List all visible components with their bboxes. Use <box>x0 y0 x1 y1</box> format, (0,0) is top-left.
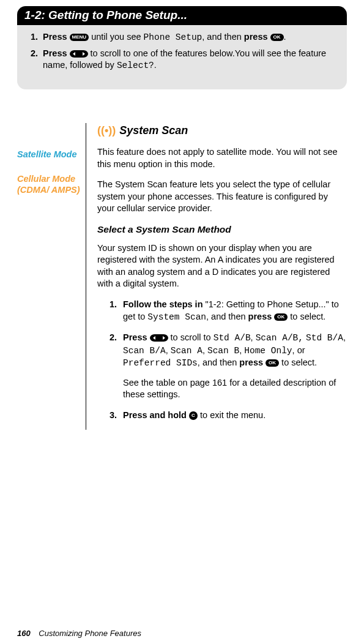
lcd-text: System Scan <box>147 312 206 322</box>
step-1-num: 1. <box>110 299 123 323</box>
text: Press <box>43 48 67 58</box>
text: to exit the menu. <box>198 410 266 420</box>
text: , <box>202 345 207 355</box>
step-3-body: Press and hold C to exit the menu. <box>123 410 266 422</box>
text: , <box>343 332 346 342</box>
step-2: 2. Press to scroll to Std A/B, Scan A/B,… <box>110 332 347 401</box>
text: , and then <box>206 312 248 321</box>
ok-button-icon: OK <box>274 313 288 321</box>
sidebar: Satellite Mode Cellular Mode (CDMA/ AMPS… <box>17 123 86 430</box>
text: , <box>251 332 256 342</box>
text: press <box>239 358 263 367</box>
text: press <box>248 312 272 321</box>
step-2-followup: See the table on page 161 for a detailed… <box>123 377 347 401</box>
scroll-button-icon <box>150 334 168 342</box>
c-button-icon: C <box>189 411 198 420</box>
procedure-title: 1-2: Getting to Phone Setup... <box>24 9 187 21</box>
step-3: 3. Press and hold C to exit the menu. <box>110 410 347 422</box>
lcd-text: Select? <box>117 61 154 70</box>
text: , <box>166 345 171 355</box>
cellular-paragraph: The System Scan feature lets you select … <box>97 179 347 215</box>
intro-paragraph: Your system ID is shown on your display … <box>97 242 347 290</box>
grey-step-1-num: 1. <box>31 31 43 44</box>
text: , and then <box>202 32 244 42</box>
text: to scroll to <box>168 332 214 342</box>
page-chapter-title: Customizing Phone Features <box>39 629 141 638</box>
lcd-text: Std B/A <box>306 333 343 343</box>
section-title: System Scan <box>119 124 188 137</box>
lcd-text: Scan B/A <box>123 346 166 356</box>
text: Follow the steps in <box>123 299 203 309</box>
procedure-steps-box: 1. Press MENU until you see Phone Setup,… <box>17 25 347 89</box>
lcd-text: Home Only <box>244 346 292 356</box>
lcd-text: Std A/B <box>214 333 251 343</box>
text: . <box>284 32 286 42</box>
ok-button-icon: OK <box>266 359 279 367</box>
grey-step-1: 1. Press MENU until you see Phone Setup,… <box>31 31 333 44</box>
text: to select. <box>288 312 325 321</box>
menu-button-icon: MENU <box>70 34 89 41</box>
step-1-body: Follow the steps in "1-2: Getting to Pho… <box>123 299 347 323</box>
step-2-num: 2. <box>110 332 123 401</box>
page-number: 160 <box>17 629 31 638</box>
lcd-text: Preferred SIDs <box>123 358 198 368</box>
grey-step-2-num: 2. <box>31 48 43 72</box>
text: to select. <box>279 358 317 367</box>
text: press <box>244 32 268 42</box>
lcd-text: Phone Setup <box>144 32 202 42</box>
grey-step-2: 2. Press to scroll to one of the feature… <box>31 48 333 72</box>
text: , and then <box>198 358 240 367</box>
numbered-steps: 1. Follow the steps in "1-2: Getting to … <box>110 299 347 422</box>
step-2-body: Press to scroll to Std A/B, Scan A/B, St… <box>123 332 347 401</box>
lcd-text: Scan A/B, <box>256 333 303 343</box>
step-3-num: 3. <box>110 410 123 422</box>
main-column: ((•))System Scan This feature does not a… <box>86 123 347 430</box>
content-area: Satellite Mode Cellular Mode (CDMA/ AMPS… <box>17 123 347 430</box>
procedure-header: 1-2: Getting to Phone Setup... <box>17 6 347 25</box>
text: Press and hold <box>123 410 187 420</box>
page-footer: 160 Customizing Phone Features <box>17 629 141 638</box>
subheading: Select a System Scan Method <box>97 223 347 236</box>
text: , or <box>292 345 305 355</box>
grey-step-1-body: Press MENU until you see Phone Setup, an… <box>43 31 286 44</box>
text: Press <box>43 32 67 42</box>
section-heading: ((•))System Scan <box>97 123 347 138</box>
text: . <box>154 60 157 70</box>
sidebar-satellite-mode: Satellite Mode <box>17 149 83 160</box>
ok-button-icon: OK <box>270 34 284 41</box>
sidebar-cellular-mode: Cellular Mode (CDMA/ AMPS) <box>17 173 83 195</box>
step-1: 1. Follow the steps in "1-2: Getting to … <box>110 299 347 323</box>
lcd-text: Scan B <box>207 346 239 356</box>
text: Press <box>123 332 147 342</box>
lcd-text: Scan A <box>171 346 202 356</box>
scroll-button-icon <box>70 50 88 58</box>
satellite-paragraph: This feature does not apply to satellite… <box>97 146 347 170</box>
text: until you see <box>89 32 143 42</box>
antenna-icon: ((•)) <box>97 124 116 137</box>
grey-step-2-body: Press to scroll to one of the features b… <box>43 48 333 72</box>
